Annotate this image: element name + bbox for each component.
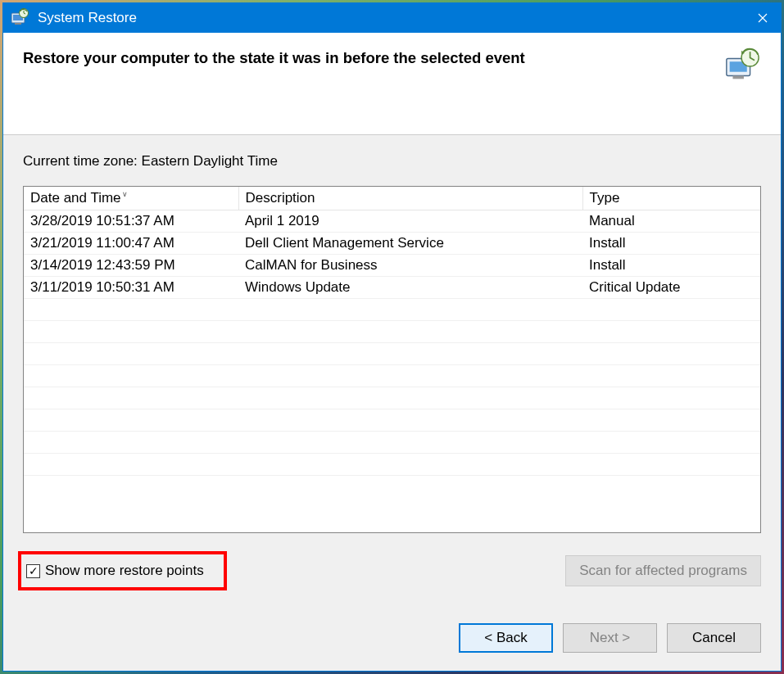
table-row-empty [24,432,760,454]
table-row-empty [24,387,760,409]
table-row[interactable]: 3/11/2019 10:50:31 AM Windows Update Cri… [24,277,760,299]
options-row: ✓ Show more restore points Scan for affe… [23,551,761,590]
close-button[interactable] [744,3,781,33]
cancel-button[interactable]: Cancel [667,623,761,653]
table-row[interactable]: 3/14/2019 12:43:59 PM CalMAN for Busines… [24,255,760,277]
sort-desc-icon: ∨ [122,190,128,198]
titlebar: System Restore [3,3,781,33]
system-restore-window: System Restore Restore your computer to … [2,2,782,672]
header-area: Restore your computer to the state it wa… [3,33,781,135]
svg-rect-7 [733,76,744,79]
table-row-empty [24,299,760,321]
restore-points-table: Date and Time∨ Description Type 3/28/201… [23,186,761,533]
table-row-empty [24,343,760,365]
page-heading: Restore your computer to the state it wa… [23,47,710,67]
table-row[interactable]: 3/28/2019 10:51:37 AM April 1 2019 Manua… [24,210,760,233]
table-row-empty [24,454,760,476]
show-more-checkbox-highlight: ✓ Show more restore points [18,551,227,590]
system-restore-large-icon [723,47,761,85]
table-row-empty [24,409,760,432]
column-header-description[interactable]: Description [238,187,582,210]
show-more-checkbox[interactable]: ✓ [26,564,40,578]
table-row[interactable]: 3/21/2019 11:00:47 AM Dell Client Manage… [24,233,760,255]
window-title: System Restore [38,10,744,26]
table-row-empty [24,321,760,343]
footer-buttons: < Back Next > Cancel [3,612,781,671]
content-area: Current time zone: Eastern Daylight Time… [3,135,781,612]
table-row-empty [24,365,760,387]
next-button[interactable]: Next > [563,623,657,653]
timezone-label: Current time zone: Eastern Daylight Time [23,153,761,170]
column-header-date[interactable]: Date and Time∨ [24,187,238,210]
column-header-type[interactable]: Type [582,187,760,210]
system-restore-icon [10,8,29,28]
back-button[interactable]: < Back [459,623,553,653]
show-more-label[interactable]: Show more restore points [45,563,204,579]
scan-affected-button[interactable]: Scan for affected programs [565,555,761,586]
svg-rect-2 [15,23,21,25]
